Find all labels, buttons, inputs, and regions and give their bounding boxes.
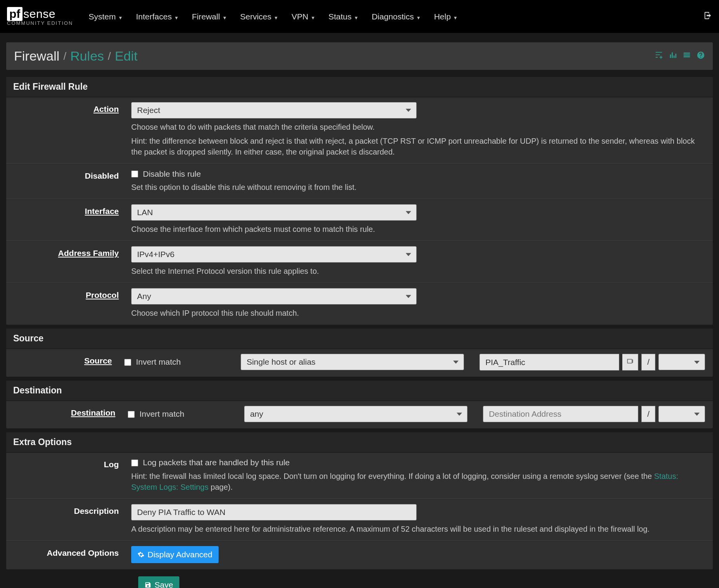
select-src-mask[interactable] [658, 354, 705, 370]
select-dst-type[interactable] [244, 406, 467, 422]
logo-sense: sense [23, 7, 56, 21]
chk-disable-label: Disable this rule [143, 169, 201, 178]
label-description: Description [6, 503, 127, 537]
label-advanced: Advanced Options [6, 545, 127, 565]
row-interface: Interface Choose the interface from whic… [6, 199, 713, 241]
row-log: Log Log packets that are handled by this… [6, 452, 713, 499]
gear-icon [137, 551, 144, 558]
crumb-sep: / [108, 50, 111, 63]
panel-destination: Destination Destination Invert match / [6, 381, 713, 428]
panel-title: Destination [6, 381, 713, 401]
row-destination: Destination Invert match / [6, 401, 713, 428]
help-action-hint: Hint: the difference between block and r… [131, 136, 705, 157]
label-protocol: Protocol [6, 287, 127, 321]
nav-services[interactable]: Services▼ [240, 12, 278, 21]
chk-src-invert-label: Invert match [136, 358, 181, 367]
logout-icon[interactable] [703, 11, 712, 22]
chk-log-label: Log packets that are handled by this rul… [143, 458, 290, 467]
save-row: Save [6, 576, 713, 588]
select-action[interactable] [131, 102, 417, 118]
select-family[interactable] [131, 246, 417, 263]
help-action: Choose what to do with packets that matc… [131, 122, 705, 132]
select-src-type[interactable] [241, 354, 464, 370]
panel-title: Edit Firewall Rule [6, 77, 713, 97]
nav-firewall[interactable]: Firewall▼ [192, 12, 227, 21]
select-dst-mask[interactable] [658, 406, 705, 422]
caret-down-icon: ▼ [311, 15, 315, 21]
caret-down-icon: ▼ [222, 15, 227, 21]
label-source: Source [6, 353, 120, 373]
checkbox-dst-invert[interactable] [128, 411, 135, 418]
chart-icon[interactable] [669, 51, 677, 61]
input-dst-address[interactable] [483, 406, 638, 422]
help-log: Hint: the firewall has limited local log… [131, 471, 705, 492]
nav-vpn[interactable]: VPN▼ [292, 12, 315, 21]
help-interface: Choose the interface from which packets … [131, 224, 705, 235]
label-disabled: Disabled [6, 168, 127, 195]
panel-title: Extra Options [6, 432, 713, 452]
btn-label: Display Advanced [148, 550, 212, 559]
checkbox-log[interactable] [131, 459, 138, 466]
row-action: Action Choose what to do with packets th… [6, 97, 713, 164]
display-advanced-button[interactable]: Display Advanced [131, 546, 219, 563]
label-family: Address Family [6, 245, 127, 279]
row-protocol: Protocol Choose which IP protocol this r… [6, 283, 713, 325]
nav-status[interactable]: Status▼ [328, 12, 358, 21]
caret-down-icon: ▼ [416, 15, 421, 21]
row-source: Source Invert match / [6, 349, 713, 377]
nav-interfaces[interactable]: Interfaces▼ [136, 12, 179, 21]
caret-down-icon: ▼ [118, 15, 123, 21]
breadcrumb: Firewall / Rules / Edit [6, 42, 713, 70]
nav-help[interactable]: Help▼ [434, 12, 458, 21]
select-protocol[interactable] [131, 288, 417, 304]
panel-source: Source Source Invert match / [6, 329, 713, 377]
row-advanced: Advanced Options Display Advanced [6, 541, 713, 569]
panel-extra: Extra Options Log Log packets that are h… [6, 432, 713, 569]
crumb-sep: / [63, 50, 66, 63]
logo-pf: pf [7, 7, 23, 21]
sliders-icon[interactable] [655, 51, 663, 61]
crumb-root: Firewall [14, 49, 59, 64]
help-family: Select the Internet Protocol version thi… [131, 266, 705, 277]
nav-menu: System▼ Interfaces▼ Firewall▼ Services▼ … [89, 12, 458, 21]
label-log: Log [6, 457, 127, 494]
label-action: Action [6, 101, 127, 160]
input-description[interactable] [131, 504, 417, 520]
nav-system[interactable]: System▼ [89, 12, 123, 21]
help-icon[interactable] [696, 51, 705, 61]
panel-title: Source [6, 329, 713, 349]
checkbox-disable[interactable] [131, 170, 138, 177]
logo-edition: COMMUNITY EDITION [7, 20, 73, 26]
help-disabled: Set this option to disable this rule wit… [131, 182, 705, 193]
row-family: Address Family Select the Internet Proto… [6, 241, 713, 283]
row-disabled: Disabled Disable this rule Set this opti… [6, 164, 713, 199]
help-description: A description may be entered here for ad… [131, 524, 705, 534]
caret-down-icon: ▼ [354, 15, 359, 21]
logo[interactable]: pf sense COMMUNITY EDITION [7, 7, 73, 26]
top-navbar: pf sense COMMUNITY EDITION System▼ Inter… [0, 0, 719, 33]
caret-down-icon: ▼ [453, 15, 458, 21]
label-interface: Interface [6, 204, 127, 237]
chk-dst-invert-label: Invert match [139, 410, 184, 419]
alias-icon [622, 354, 638, 371]
save-icon [144, 581, 151, 588]
btn-label: Save [155, 580, 173, 588]
caret-down-icon: ▼ [174, 15, 179, 21]
src-slash: / [641, 354, 655, 371]
input-src-address[interactable] [479, 354, 619, 371]
panel-edit-rule: Edit Firewall Rule Action Choose what to… [6, 77, 713, 325]
crumb-edit-link[interactable]: Edit [115, 49, 138, 64]
dst-slash: / [641, 406, 655, 422]
help-protocol: Choose which IP protocol this rule shoul… [131, 308, 705, 318]
nav-diagnostics[interactable]: Diagnostics▼ [372, 12, 420, 21]
log-icon[interactable] [683, 51, 691, 61]
checkbox-src-invert[interactable] [124, 359, 131, 366]
caret-down-icon: ▼ [274, 15, 278, 21]
select-interface[interactable] [131, 204, 417, 221]
row-description: Description A description may be entered… [6, 499, 713, 541]
crumb-action-icons [655, 51, 705, 61]
crumb-rules-link[interactable]: Rules [70, 49, 104, 64]
save-button[interactable]: Save [138, 576, 179, 588]
label-destination: Destination [6, 405, 123, 424]
